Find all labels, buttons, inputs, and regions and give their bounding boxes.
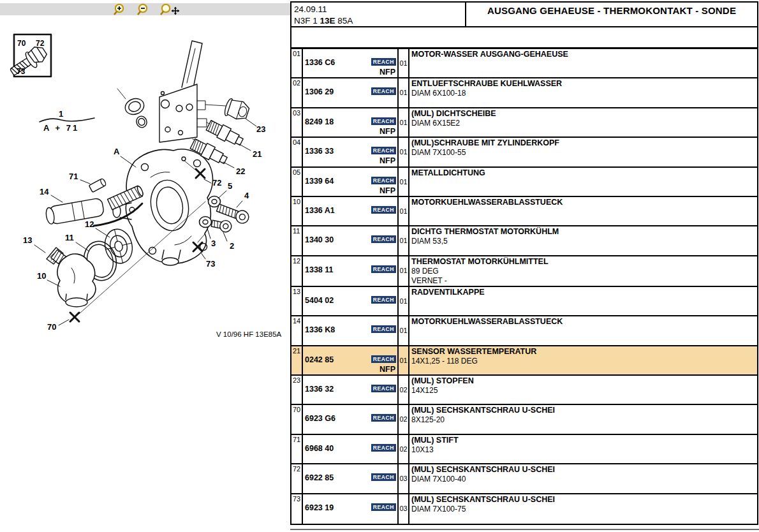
description-title: DICHTG THERMOSTAT MOTORKÜHLM <box>411 227 757 237</box>
callout-71[interactable]: 71 <box>69 172 78 181</box>
row-number: 12 <box>291 256 303 286</box>
callout-14[interactable]: 14 <box>40 187 49 196</box>
callout-21[interactable]: 21 <box>253 149 262 159</box>
table-row-01[interactable]: 011336 C6REACHNFP01MOTOR-WASSER AUSGANG-… <box>291 49 757 78</box>
callout-5[interactable]: 5 <box>228 181 232 191</box>
part-cell: 1338 11REACH <box>303 256 399 286</box>
callout-12[interactable]: 12 <box>85 219 94 229</box>
table-row-12[interactable]: 121338 11REACH01THERMOSTAT MOTORKÜHLMITT… <box>291 256 757 287</box>
part-number: 1336 K8 <box>305 325 335 334</box>
callout-23[interactable]: 23 <box>256 124 265 134</box>
row-number: 21 <box>291 346 303 374</box>
row-number: 71 <box>291 435 303 463</box>
part-number: 1336 A1 <box>305 206 335 215</box>
reach-badge[interactable]: REACH <box>371 147 396 154</box>
callout-3[interactable]: 3 <box>211 239 216 248</box>
callout-70[interactable]: 70 <box>47 322 56 332</box>
row-number: 11 <box>291 226 303 255</box>
page-title: AUSGANG GEHAEUSE - THERMOKONTAKT - SONDE <box>465 1 758 27</box>
quantity: 01 <box>399 138 409 166</box>
diagram-caption: V 10/96 HF 13E85A <box>216 330 282 338</box>
table-row-21[interactable]: 210242 85REACHNFP01SENSOR WASSERTEMPERAT… <box>291 346 757 376</box>
quantity: 01 <box>399 226 409 255</box>
reach-badge[interactable]: REACH <box>371 117 396 125</box>
part-cell: 6968 40REACH <box>303 435 399 463</box>
header-date: 24.09.11 <box>294 4 462 15</box>
part-number: 5404 02 <box>305 296 334 305</box>
quantity: 02 <box>399 435 409 463</box>
part-number: 6968 40 <box>305 444 334 453</box>
callout-a[interactable]: A <box>114 147 120 156</box>
callout-13[interactable]: 13 <box>23 235 32 245</box>
row-number: 01 <box>291 49 303 77</box>
part-cell: 0242 85REACHNFP <box>303 346 399 374</box>
description-cell: (MUL) SECHSKANTSCHRAU U-SCHEI8X125-20 <box>409 405 757 433</box>
table-row-72[interactable]: 726922 85REACH03(MUL) SECHSKANTSCHRAU U-… <box>291 464 757 494</box>
reach-badge[interactable]: REACH <box>371 385 396 392</box>
callout-2[interactable]: 2 <box>230 241 234 251</box>
part-number: 8249 18 <box>305 117 334 126</box>
exploded-diagram: 70 72 73 1 A + 71 A 71 14 12 11 13 10 70… <box>0 0 290 532</box>
callout-73[interactable]: 73 <box>206 259 215 269</box>
description-detail: DIAM 7X100-40 <box>411 475 757 484</box>
table-row-10[interactable]: 101336 A1REACH01MOTORKUEHLWASSERABLASSTU… <box>291 197 757 226</box>
parts-table: 011336 C6REACHNFP01MOTOR-WASSER AUSGANG-… <box>290 47 758 525</box>
reach-badge[interactable]: REACH <box>371 206 396 214</box>
description-detail: DIAM 7X100-55 <box>411 148 757 158</box>
legend-number-72: 72 <box>36 39 45 48</box>
group-label-number[interactable]: 1 <box>59 109 63 119</box>
part-number: 6922 85 <box>305 473 334 482</box>
table-row-04[interactable]: 041336 33REACHNFP01(MUL)SCHRAUBE MIT ZYL… <box>291 138 757 167</box>
reach-badge[interactable]: REACH <box>371 177 396 184</box>
description-title: MOTORKUEHLWASSERABLASSTUECK <box>411 198 757 207</box>
reach-badge[interactable]: REACH <box>371 235 396 243</box>
reach-badge[interactable]: REACH <box>371 296 396 304</box>
table-row-13[interactable]: 135404 02REACH01RADVENTILKAPPE <box>291 287 757 316</box>
description-detail: 14X125 <box>411 386 757 395</box>
quantity: 01 <box>399 197 409 225</box>
callout-11[interactable]: 11 <box>65 233 74 242</box>
callout-22[interactable]: 22 <box>236 166 245 176</box>
part-cell: 1336 32REACH <box>303 376 399 404</box>
reach-badge[interactable]: REACH <box>371 355 396 363</box>
description-cell: (MUL) SECHSKANTSCHRAU U-SCHEIDIAM 7X100-… <box>409 494 757 524</box>
quantity: 01 <box>399 287 409 315</box>
table-row-11[interactable]: 111340 30REACH01DICHTG THERMOSTAT MOTORK… <box>291 226 757 256</box>
reach-badge[interactable]: REACH <box>371 58 396 66</box>
description-cell: MOTOR-WASSER AUSGANG-GEHAEUSE <box>409 49 757 77</box>
panel-bottom-line <box>290 529 759 530</box>
reach-badge[interactable]: REACH <box>371 444 396 452</box>
table-row-03[interactable]: 038249 18REACHNFP01(MUL) DICHTSCHEIBEDIA… <box>291 108 757 138</box>
part-cell: 6923 G6REACH <box>303 405 399 433</box>
row-number: 72 <box>291 464 303 492</box>
table-row-70[interactable]: 706923 G6REACH02(MUL) SECHSKANTSCHRAU U-… <box>291 405 757 434</box>
reach-badge[interactable]: REACH <box>371 473 396 481</box>
group-label-formula[interactable]: A + 71 <box>43 123 79 133</box>
description-title: (MUL) SECHSKANTSCHRAU U-SCHEI <box>411 495 757 505</box>
callout-72[interactable]: 72 <box>212 178 221 188</box>
row-number: 02 <box>291 78 303 107</box>
table-row-02[interactable]: 021306 29REACH01ENTLUEFTSCHRAUBE KUEHLWA… <box>291 78 757 108</box>
quantity: 03 <box>399 464 409 492</box>
row-number: 10 <box>291 197 303 225</box>
description-title: RADVENTILKAPPE <box>411 288 757 297</box>
reach-badge[interactable]: REACH <box>371 87 396 95</box>
quantity: 02 <box>399 405 409 433</box>
legend-number-70: 70 <box>17 39 26 48</box>
description-detail: VERNET - <box>411 276 757 286</box>
callout-4[interactable]: 4 <box>244 191 249 200</box>
reach-badge[interactable]: REACH <box>371 265 396 273</box>
part-number: 1338 11 <box>305 265 334 274</box>
table-row-23[interactable]: 231336 32REACH02(MUL) STOPFEN14X125 <box>291 376 757 405</box>
part-cell: 8249 18REACHNFP <box>303 108 399 137</box>
reach-badge[interactable]: REACH <box>371 325 396 333</box>
reach-badge[interactable]: REACH <box>371 414 396 422</box>
callout-10[interactable]: 10 <box>37 271 46 281</box>
table-row-05[interactable]: 051339 64REACHNFP01METALLDICHTUNG <box>291 168 757 197</box>
table-row-73[interactable]: 736923 19REACH03(MUL) SECHSKANTSCHRAU U-… <box>291 494 757 524</box>
table-row-14[interactable]: 141336 K8REACH01MOTORKUEHLWASSERABLASSTU… <box>291 316 757 346</box>
nfp-label: NFP <box>380 127 395 136</box>
description-title: (MUL) DICHTSCHEIBE <box>411 109 757 119</box>
reach-badge[interactable]: REACH <box>371 503 396 511</box>
table-row-71[interactable]: 716968 40REACH02(MUL) STIFT10X13 <box>291 435 757 464</box>
